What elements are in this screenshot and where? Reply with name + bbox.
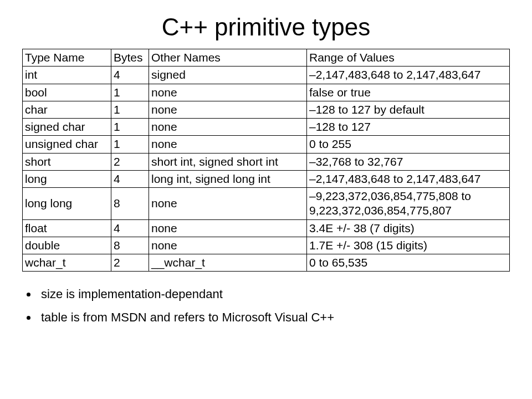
cell-range: –128 to 127 by default xyxy=(307,101,510,118)
cell-bytes: 8 xyxy=(111,188,149,220)
cell-range: 1.7E +/- 308 (15 digits) xyxy=(307,237,510,254)
table-row: int4signed–2,147,483,648 to 2,147,483,64… xyxy=(23,66,510,84)
cell-type: int xyxy=(23,66,111,84)
cell-type: float xyxy=(23,219,111,237)
cell-range: –2,147,483,648 to 2,147,483,647 xyxy=(307,170,510,187)
cell-other: short int, signed short int xyxy=(149,153,307,170)
cell-other: none xyxy=(149,219,307,237)
cell-type: long long xyxy=(23,188,111,220)
cell-type: short xyxy=(23,153,111,170)
cell-type: char xyxy=(23,101,111,118)
cell-bytes: 4 xyxy=(111,219,149,237)
cell-range: 0 to 65,535 xyxy=(307,254,510,272)
header-range: Range of Values xyxy=(307,49,510,66)
cell-other: none xyxy=(149,101,307,118)
cell-other: __wchar_t xyxy=(149,254,307,272)
cell-range: false or true xyxy=(307,84,510,101)
table-row: bool1nonefalse or true xyxy=(23,84,510,101)
cell-type: long xyxy=(23,170,111,187)
cell-bytes: 2 xyxy=(111,153,149,170)
cell-bytes: 8 xyxy=(111,237,149,254)
cell-range: 0 to 255 xyxy=(307,136,510,153)
cell-bytes: 1 xyxy=(111,101,149,118)
table-header-row: Type Name Bytes Other Names Range of Val… xyxy=(23,49,510,66)
cell-range: –9,223,372,036,854,775,808 to 9,223,372,… xyxy=(307,188,510,220)
cell-range: –2,147,483,648 to 2,147,483,647 xyxy=(307,66,510,84)
note-item: table is from MSDN and refers to Microso… xyxy=(38,310,510,325)
table-row: long long8none–9,223,372,036,854,775,808… xyxy=(23,188,510,220)
cell-bytes: 1 xyxy=(111,119,149,136)
cell-other: none xyxy=(149,136,307,153)
cell-other: none xyxy=(149,119,307,136)
cell-type: signed char xyxy=(23,119,111,136)
cell-bytes: 1 xyxy=(111,84,149,101)
table-row: double8none1.7E +/- 308 (15 digits) xyxy=(23,237,510,254)
table-row: long4long int, signed long int–2,147,483… xyxy=(23,170,510,187)
header-other-names: Other Names xyxy=(149,49,307,66)
note-item: size is implementation-dependant xyxy=(38,287,510,301)
cell-range: 3.4E +/- 38 (7 digits) xyxy=(307,219,510,237)
table-row: unsigned char1none0 to 255 xyxy=(23,136,510,153)
cell-other: long int, signed long int xyxy=(149,170,307,187)
cell-type: bool xyxy=(23,84,111,101)
cell-other: none xyxy=(149,84,307,101)
header-bytes: Bytes xyxy=(111,49,149,66)
cell-type: wchar_t xyxy=(23,254,111,272)
table-row: char1none–128 to 127 by default xyxy=(23,101,510,118)
cell-range: –32,768 to 32,767 xyxy=(307,153,510,170)
cell-bytes: 2 xyxy=(111,254,149,272)
types-table: Type Name Bytes Other Names Range of Val… xyxy=(22,49,510,272)
table-row: wchar_t2__wchar_t0 to 65,535 xyxy=(23,254,510,272)
cell-other: none xyxy=(149,188,307,220)
cell-bytes: 4 xyxy=(111,66,149,84)
header-type-name: Type Name xyxy=(23,49,111,66)
cell-range: –128 to 127 xyxy=(307,119,510,136)
table-row: short2short int, signed short int–32,768… xyxy=(23,153,510,170)
cell-bytes: 4 xyxy=(111,170,149,187)
slide-title: C++ primitive types xyxy=(22,13,510,41)
cell-other: signed xyxy=(149,66,307,84)
notes-list: size is implementation-dependant table i… xyxy=(38,287,510,325)
cell-type: double xyxy=(23,237,111,254)
table-row: float4none3.4E +/- 38 (7 digits) xyxy=(23,219,510,237)
table-row: signed char1none–128 to 127 xyxy=(23,119,510,136)
cell-bytes: 1 xyxy=(111,136,149,153)
cell-type: unsigned char xyxy=(23,136,111,153)
cell-other: none xyxy=(149,237,307,254)
